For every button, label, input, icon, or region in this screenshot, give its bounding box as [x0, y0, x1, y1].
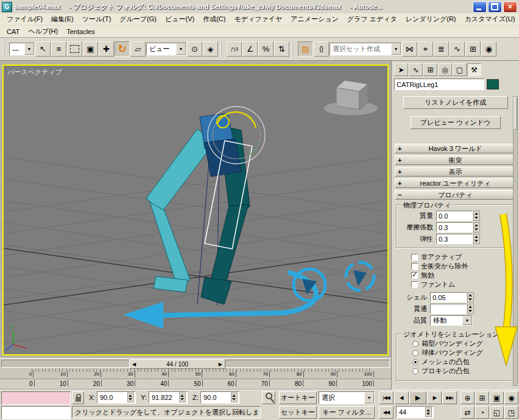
rollout-havok3-world[interactable]: +Havok 3 ワールド	[395, 144, 516, 153]
preview-window-button[interactable]: プレビュー ウィンドウ	[411, 116, 501, 129]
penetration-field[interactable]	[430, 304, 467, 314]
menu-cat[interactable]: CAT	[2, 27, 24, 37]
next-frame-button[interactable]: |▶	[427, 391, 442, 404]
snap-3d-button[interactable]: ∩3	[227, 41, 242, 57]
menu-graph-editors[interactable]: グラフ エディタ	[343, 13, 401, 25]
phantom-checkbox[interactable]	[411, 281, 418, 288]
command-panel-scrollbar[interactable]	[513, 96, 518, 386]
curve-editor-button[interactable]: ∿	[450, 41, 465, 57]
menu-tentacles[interactable]: Tentacles	[62, 27, 99, 37]
mass-field[interactable]: 0.0	[436, 211, 473, 221]
maximize-button[interactable]	[488, 1, 502, 13]
menu-group[interactable]: グループ(G)	[115, 13, 161, 25]
toolbar-grip[interactable]	[3, 41, 7, 57]
tab-hierarchy[interactable]: ⊞	[423, 63, 437, 76]
object-name-field[interactable]	[394, 79, 484, 90]
zoom-region-button[interactable]: ◱	[490, 406, 504, 419]
x-spinner[interactable]	[127, 393, 134, 402]
viewport-perspective[interactable]: z パースペクティブ	[2, 65, 389, 355]
zoom-button[interactable]: ⊕	[461, 391, 475, 404]
previous-frame-arrow-icon[interactable]: ◀	[132, 362, 136, 367]
tab-display[interactable]: ▢	[453, 63, 467, 76]
key-selection-dropdown[interactable]: 選択 ▼	[319, 391, 375, 404]
mesh-convex-hull-radio[interactable]	[412, 359, 418, 365]
maxscript-mini-listener-white[interactable]	[1, 406, 71, 419]
disable-all-collisions-checkbox[interactable]	[411, 263, 418, 270]
reference-coordinate-dropdown[interactable]: ビュー ▼	[146, 43, 186, 55]
material-editor-button[interactable]: ◉	[481, 41, 496, 57]
set-keys-button[interactable]	[262, 391, 275, 404]
menu-file[interactable]: ファイル(F)	[2, 13, 47, 25]
key-filters-button[interactable]: キー フィルタ...	[319, 406, 375, 419]
proxy-convex-hull-radio[interactable]	[412, 368, 418, 374]
zoom-all-button[interactable]: ⊞	[475, 391, 489, 404]
chevron-down-icon[interactable]: ▼	[24, 43, 34, 55]
select-rotate-button[interactable]: ↻	[115, 41, 130, 57]
use-pivot-center-button[interactable]: ⊙	[187, 41, 202, 57]
chevron-down-icon[interactable]: ▼	[364, 392, 374, 404]
select-scale-button[interactable]: ▱	[130, 41, 146, 57]
timeline-ruler[interactable]: 0 10 20 30 40 50 60 70 80 90 100	[0, 379, 391, 390]
select-manipulate-button[interactable]: ◈	[203, 41, 218, 57]
menu-rendering[interactable]: レンダリング(R)	[401, 13, 461, 25]
selection-lock-button[interactable]	[72, 391, 84, 404]
menu-tools[interactable]: ツール(T)	[78, 13, 116, 25]
elasticity-field[interactable]: 0.3	[436, 234, 473, 244]
tab-modify[interactable]: ∿	[409, 63, 423, 76]
tab-motion[interactable]: ◎	[438, 63, 452, 76]
inactive-checkbox[interactable]	[411, 254, 418, 261]
unyielding-checkbox[interactable]	[411, 272, 418, 279]
angle-snap-button[interactable]: ∠	[242, 41, 258, 57]
chevron-down-icon[interactable]: ▼	[176, 43, 186, 55]
friction-spinner[interactable]	[473, 222, 480, 233]
quality-dropdown[interactable]: 移動 ▼	[430, 315, 473, 326]
rollout-collisions[interactable]: +衝突	[395, 155, 516, 165]
rollout-reactor-utility[interactable]: +reactor ユーティリティ	[395, 178, 516, 188]
region-select-button[interactable]	[67, 41, 82, 57]
close-button[interactable]: ×	[503, 1, 517, 13]
chevron-down-icon[interactable]: ▼	[391, 43, 401, 55]
pan-button[interactable]: ⇄	[461, 406, 475, 419]
toolbar-grip[interactable]	[292, 41, 295, 57]
minimize-button[interactable]	[473, 1, 487, 13]
track-bar[interactable]: 0 10 20 30 40 50 60 70 80 90 100	[0, 369, 391, 379]
toolbar-grip[interactable]	[221, 41, 224, 57]
schematic-view-button[interactable]: ⊞	[465, 41, 481, 57]
shell-field[interactable]: 0.05	[430, 292, 467, 303]
scrollbar-thumb[interactable]	[514, 97, 517, 130]
menu-edit[interactable]: 編集(E)	[47, 13, 78, 25]
orbit-button[interactable]: ◔	[475, 406, 489, 419]
menu-customize[interactable]: カスタマイズ(U)	[461, 13, 519, 25]
mirror-button[interactable]: ⋈	[402, 41, 417, 57]
menu-create[interactable]: 作成(C)	[199, 13, 230, 25]
layer-manager-button[interactable]: ≣	[434, 41, 449, 57]
time-slider-track[interactable]: ◀ 44 / 100 ▶	[0, 358, 391, 369]
spinner-snap-button[interactable]: ⇅	[274, 41, 289, 57]
menu-help[interactable]: ヘルプ(H)	[24, 26, 62, 37]
next-frame-arrow-icon[interactable]: ▶	[219, 362, 222, 367]
go-to-end-button[interactable]: ▶▶|	[442, 391, 457, 404]
penetration-spinner[interactable]	[467, 304, 474, 314]
shell-spinner[interactable]	[467, 292, 474, 303]
select-by-name-button[interactable]: ≡	[51, 41, 66, 57]
menu-views[interactable]: ビュー(V)	[161, 13, 199, 25]
z-coordinate-field[interactable]: 90.0	[200, 391, 239, 404]
tab-create[interactable]: ➤	[394, 63, 408, 76]
auto-key-button[interactable]: オートキー	[279, 391, 317, 404]
named-selection-sets-button[interactable]: {}	[314, 41, 329, 57]
selection-set-dropdown[interactable]: 選択セット作成 ▼	[330, 43, 401, 55]
percent-snap-button[interactable]: %	[258, 41, 274, 57]
y-spinner[interactable]	[179, 393, 186, 402]
maxscript-mini-listener-pink[interactable]	[1, 391, 71, 405]
play-button[interactable]: ▶	[409, 391, 426, 404]
create-list-button[interactable]: リストノレイを作成	[403, 96, 508, 109]
time-slider[interactable]: ◀ 44 / 100 ▶	[129, 359, 225, 369]
menu-modifiers[interactable]: モディファイヤ	[230, 13, 286, 25]
frame-spinner[interactable]	[425, 407, 432, 417]
rollout-properties[interactable]: −プロパティ	[395, 190, 516, 200]
z-spinner[interactable]	[231, 393, 238, 402]
select-move-button[interactable]: ✚	[99, 41, 114, 57]
y-coordinate-field[interactable]: 91.822	[149, 391, 188, 404]
friction-field[interactable]: 0.3	[436, 222, 473, 233]
previous-frame-button[interactable]: ◀|	[394, 391, 409, 404]
